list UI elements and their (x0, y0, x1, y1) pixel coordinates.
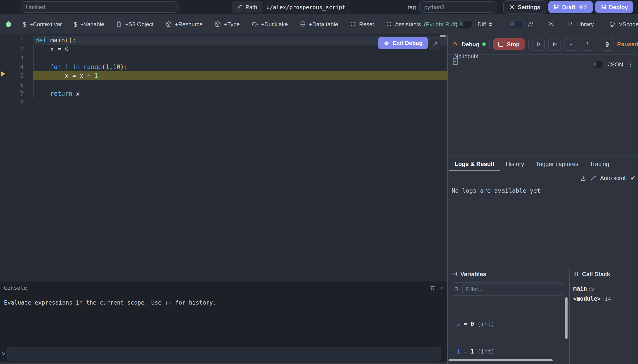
stop-button[interactable]: Stop (493, 38, 525, 50)
duck-icon (252, 21, 258, 27)
code-line[interactable]: 4 for i in range(1,10): (0, 62, 447, 72)
inputs-area: No inputs JSON ⋮ (448, 54, 638, 156)
top-bar: Path u/alex/prosperous_script tag Settin… (0, 0, 638, 14)
draft-button[interactable]: Draft ⌘S (548, 1, 593, 13)
line-number[interactable]: 2 (0, 46, 24, 53)
step-into-button[interactable] (565, 38, 577, 50)
vscode-button[interactable]: VScode (609, 20, 638, 28)
library-button[interactable]: Library (567, 21, 594, 27)
step-over-icon (552, 41, 558, 47)
path-value[interactable]: u/alex/prosperous_script (262, 1, 350, 13)
script-title-input[interactable] (21, 1, 178, 13)
tag-input[interactable] (419, 1, 497, 13)
stack-frame[interactable]: main:5 (573, 284, 611, 294)
assistants-button[interactable]: Assistants (Pyright Ruff) (386, 21, 457, 27)
step-over-button[interactable] (548, 38, 561, 50)
call-stack-title: Call Stack (582, 271, 610, 277)
settings-button[interactable]: Settings (503, 0, 546, 14)
expand-icon[interactable] (590, 175, 596, 181)
code-editor[interactable]: 1 def main(): 2 x = 0 3 4 for i in range… (0, 34, 447, 281)
diff-toggle[interactable] (458, 20, 473, 28)
debug-active-dot (482, 42, 486, 46)
deploy-button[interactable]: Deploy (595, 1, 633, 13)
step-out-icon (584, 41, 590, 47)
variables-list[interactable]: x = 0 (int) i = 1 (int) main = <function… (457, 301, 564, 359)
dollar-icon: $ (74, 20, 77, 28)
toolbar-items: $ +Context var $ +Variable +S3 Object +R… (23, 20, 458, 28)
layers-icon (573, 271, 579, 277)
ai-assist-button[interactable] (429, 38, 440, 50)
add-variable-button[interactable]: $ +Variable (74, 20, 104, 28)
tab-logs-result[interactable]: Logs & Result (449, 157, 500, 171)
toolbar-item-label: +Type (224, 21, 240, 27)
console-close-button[interactable]: ✕ (440, 284, 443, 291)
path-label: Path (246, 4, 257, 10)
path-group[interactable]: Path u/alex/prosperous_script (232, 1, 350, 13)
reset-button[interactable]: Reset (350, 21, 374, 27)
separator (597, 40, 597, 48)
kebab-menu-icon[interactable]: ⋮ (627, 60, 634, 68)
tag-label: tag (408, 4, 416, 10)
tag-group: tag (408, 1, 497, 13)
code-line[interactable]: 8 (0, 98, 447, 107)
logs-empty-message: No logs are available yet (452, 187, 540, 194)
add-context-var-button[interactable]: $ +Context var (23, 20, 62, 28)
auto-scroll-label[interactable]: Auto scroll (600, 175, 627, 181)
diff-label: Diff (478, 21, 486, 27)
save-icon (600, 4, 606, 10)
line-number[interactable]: 3 (0, 54, 24, 62)
file-icon (116, 21, 122, 27)
json-toggle[interactable] (591, 60, 604, 68)
library-bars-icon (567, 21, 573, 27)
stop-label: Stop (507, 41, 520, 48)
add-s3-object-button[interactable]: +S3 Object (116, 21, 153, 27)
toolbar-item-label: +Data table (309, 21, 338, 27)
code-line[interactable]: 6 (0, 80, 447, 89)
download-logs-icon[interactable] (580, 175, 587, 181)
package-icon (215, 21, 221, 27)
continue-button[interactable] (532, 38, 545, 50)
line-number[interactable]: 8 (0, 99, 24, 106)
editor-scrollbar-thumb[interactable] (440, 35, 446, 37)
stack-frame[interactable]: <module>:14 (573, 294, 611, 304)
console-clear-button[interactable] (430, 285, 436, 290)
console-input[interactable] (7, 347, 441, 360)
assistants-status-value: Pyright Ruff (426, 21, 456, 27)
variables-vertical-scrollbar[interactable] (565, 297, 568, 339)
line-number[interactable]: 6 (0, 81, 24, 88)
input-panel-icon (452, 57, 460, 67)
add-type-button[interactable]: +Type (215, 21, 240, 27)
add-resource-button[interactable]: +Resource (165, 21, 202, 27)
tab-trigger-captures[interactable]: Trigger captures (530, 157, 584, 171)
collab-toggle[interactable] (509, 20, 524, 28)
code-line-active-debug[interactable]: 5 x = x + 1 (0, 71, 447, 80)
library-label: Library (576, 21, 594, 27)
path-label-wrap: Path (232, 1, 262, 13)
tab-history[interactable]: History (500, 157, 530, 171)
stop-icon (499, 42, 503, 46)
tab-tracing[interactable]: Tracing (584, 157, 615, 171)
diff-stat-icon: ± (489, 21, 493, 27)
toolbar-item-label: +Context var (30, 21, 62, 27)
toolbar-item-label: +Ducklake (261, 21, 288, 27)
line-number[interactable]: 7 (0, 90, 24, 97)
bug-icon (452, 41, 459, 48)
clear-debug-button[interactable] (601, 38, 614, 50)
step-out-button[interactable] (581, 38, 594, 50)
line-number[interactable]: 1 (0, 37, 24, 44)
add-data-table-button[interactable]: +Data table (300, 21, 338, 27)
line-number[interactable]: 4 (0, 63, 24, 70)
exit-debug-label: Exit Debug (393, 40, 423, 46)
variables-horizontal-scrollbar[interactable] (449, 359, 553, 362)
dollar-icon: $ (23, 20, 27, 28)
users-icon[interactable] (528, 20, 535, 28)
magic-wand-icon (432, 41, 438, 47)
gear-icon[interactable] (548, 21, 555, 27)
exit-debug-button[interactable]: Exit Debug (378, 37, 428, 50)
check-icon[interactable]: ✓ (630, 175, 635, 181)
add-ducklake-button[interactable]: +Ducklake (252, 21, 288, 27)
variables-filter-input[interactable] (462, 284, 563, 294)
assistants-status: (Pyright Ruff) (424, 21, 458, 27)
code-line[interactable]: 7 return x (0, 89, 447, 98)
code-line[interactable]: 3 (0, 54, 447, 62)
